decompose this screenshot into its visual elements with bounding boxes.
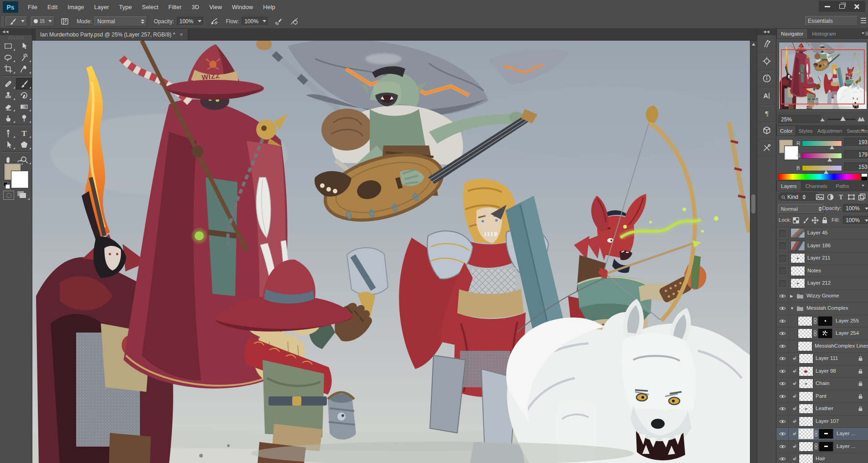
filter-adjustment-icon[interactable] — [826, 193, 835, 201]
lock-all-button[interactable] — [821, 216, 829, 224]
layer-thumbnail[interactable] — [799, 454, 813, 463]
channel-slider-thumb[interactable] — [827, 158, 832, 161]
fill-input[interactable]: 100% — [843, 216, 868, 225]
visibility-toggle[interactable] — [776, 315, 789, 328]
layer-thumbnail[interactable] — [798, 317, 812, 326]
opacity-input[interactable]: 100% — [177, 17, 204, 26]
visibility-toggle[interactable] — [776, 378, 789, 390]
mask-link-icon[interactable] — [813, 318, 817, 325]
type-tool[interactable]: T — [16, 127, 32, 139]
layer-thumbnail[interactable] — [798, 329, 812, 338]
channel-slider-thumb[interactable] — [830, 146, 834, 149]
layer-thumbnail[interactable] — [791, 266, 805, 276]
visibility-toggle[interactable] — [776, 353, 789, 365]
channel-value[interactable]: 193 — [844, 138, 868, 147]
menu-edit[interactable]: Edit — [42, 0, 62, 14]
layer-name[interactable]: Layer ... — [837, 443, 856, 449]
layer-name[interactable]: Leather — [816, 406, 833, 411]
tab-paths[interactable]: Paths — [832, 181, 853, 191]
menu-filter[interactable]: Filter — [163, 0, 186, 14]
layer-thumbnail[interactable] — [791, 229, 805, 238]
filter-shape-icon[interactable] — [847, 193, 856, 201]
layer-name[interactable]: Layer 98 — [816, 368, 836, 374]
close-button[interactable] — [850, 2, 863, 11]
tab-adjustments[interactable]: Adjustmen — [815, 126, 844, 135]
visibility-toggle[interactable] — [776, 441, 789, 453]
lasso-tool[interactable] — [0, 52, 16, 63]
lock-paint-button[interactable] — [801, 216, 810, 224]
brush-panel-button[interactable] — [757, 35, 776, 52]
zoom-out-icon[interactable] — [820, 118, 825, 121]
layer-name[interactable]: MessiahComplex Lines — [815, 343, 868, 349]
layer-thumbnail[interactable] — [799, 392, 813, 401]
layer-mask-thumbnail[interactable] — [818, 317, 832, 326]
visibility-toggle[interactable] — [776, 403, 789, 415]
layer-name[interactable]: Wizzy Gnome — [806, 293, 839, 298]
layer-row-layer-45[interactable]: Layer 45 — [776, 227, 868, 240]
layer-row-wizzy-gnome[interactable]: ▶Wizzy Gnome — [776, 290, 868, 303]
layer-thumbnail[interactable] — [791, 254, 805, 263]
menu-help[interactable]: Help — [258, 0, 280, 14]
filter-type-icon[interactable]: T — [837, 193, 845, 201]
canvas-area[interactable] — [32, 41, 757, 463]
layer-thumbnail[interactable] — [798, 342, 812, 351]
info-panel-button[interactable] — [757, 70, 776, 87]
channel-value[interactable]: 153 — [844, 162, 868, 172]
history-brush-tool[interactable] — [16, 89, 32, 101]
pressure-opacity-button[interactable] — [209, 16, 220, 26]
tab-navigator[interactable]: Navigator — [776, 28, 808, 38]
menu-3d[interactable]: 3D — [186, 0, 204, 14]
layer-name[interactable]: Layer 254 — [836, 330, 859, 336]
menu-window[interactable]: Window — [227, 0, 258, 14]
layer-name[interactable]: Layer 211 — [807, 255, 830, 260]
workspace-more-icon[interactable] — [861, 18, 866, 23]
channel-slider[interactable] — [802, 165, 842, 171]
navigator-view-box[interactable] — [781, 49, 865, 104]
scrollbar-thumb[interactable] — [751, 194, 755, 213]
spectrum-black-swatch[interactable] — [861, 177, 868, 181]
brush-picker[interactable]: 15 — [31, 16, 55, 26]
layer-name[interactable]: Layer 186 — [807, 243, 831, 248]
panel-menu-icon[interactable] — [862, 128, 868, 133]
zoom-percentage-input[interactable]: 25% — [778, 115, 822, 124]
visibility-toggle[interactable] — [776, 340, 789, 353]
scroll-up-icon[interactable] — [752, 43, 755, 46]
spot-healing-tool[interactable] — [0, 78, 16, 89]
pen-tool[interactable] — [0, 127, 16, 139]
channel-value[interactable]: 179 — [844, 150, 868, 159]
layer-thumbnail[interactable] — [799, 354, 813, 363]
zoom-in-icon[interactable] — [858, 117, 863, 122]
layer-row-layer-254[interactable]: Layer 254 — [776, 328, 868, 340]
toggle-brush-panel-button[interactable] — [59, 16, 70, 26]
layer-row-hair[interactable]: Hair — [776, 453, 868, 463]
tab-histogram[interactable]: Histogram — [808, 29, 840, 38]
visibility-toggle[interactable] — [776, 328, 789, 340]
menu-view[interactable]: View — [204, 0, 227, 14]
magic-wand-tool[interactable] — [16, 52, 32, 63]
layer-mask-thumbnail[interactable] — [818, 329, 832, 338]
channel-slider[interactable] — [802, 153, 842, 159]
dock-collapse-button[interactable]: ◀◀ — [757, 28, 776, 35]
menu-image[interactable]: Image — [62, 0, 89, 14]
visibility-toggle[interactable] — [776, 390, 789, 403]
filter-smart-icon[interactable] — [858, 193, 866, 201]
layer-name[interactable]: Layer 107 — [816, 418, 839, 424]
dodge-tool[interactable] — [16, 112, 32, 124]
mask-link-icon[interactable] — [814, 443, 818, 450]
mode-select[interactable]: Normal — [94, 16, 147, 26]
tab-layers[interactable]: Layers — [776, 181, 801, 191]
toolbar-collapse-button[interactable]: ◀◀ — [0, 28, 32, 35]
layer-thumbnail[interactable] — [799, 367, 813, 376]
visibility-toggle[interactable] — [776, 453, 789, 463]
clone-source-button[interactable] — [757, 52, 776, 70]
layer-thumbnail[interactable] — [791, 279, 805, 288]
layer-name[interactable]: Layer ... — [837, 431, 856, 436]
visibility-toggle[interactable] — [776, 302, 789, 315]
3d-panel-button[interactable] — [757, 122, 776, 139]
folder-collapsed-caret[interactable]: ▶ — [790, 294, 793, 298]
smudge-tool[interactable] — [0, 112, 16, 124]
brush-tool[interactable] — [16, 78, 32, 89]
navigator-thumbnail[interactable] — [779, 42, 867, 109]
menu-select[interactable]: Select — [137, 0, 163, 14]
layer-thumbnail[interactable] — [799, 379, 813, 388]
